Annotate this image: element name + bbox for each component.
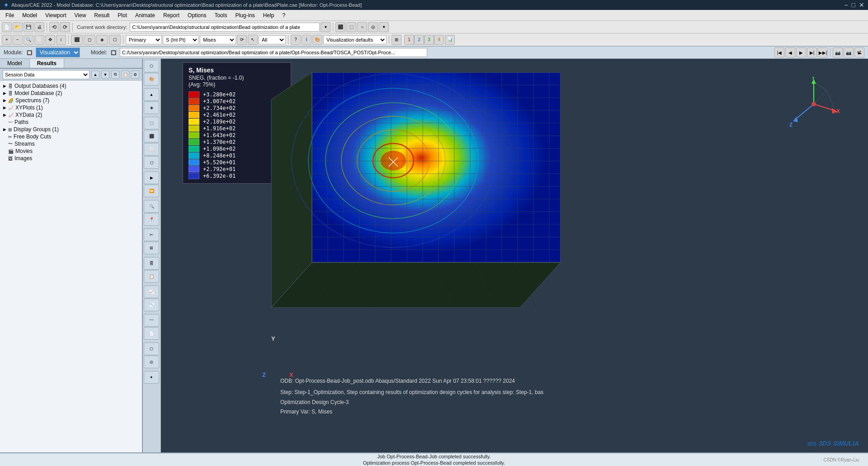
tree-item-streams[interactable]: 〜 Streams <box>0 140 142 147</box>
side-optimize1[interactable]: ⬡ <box>144 342 159 355</box>
menu-plot[interactable]: Plot <box>114 11 131 19</box>
tree-item-xyplots[interactable]: ▶ 📈 XYPlots (1) <box>0 104 142 111</box>
minimize-button[interactable]: − <box>844 1 848 9</box>
menu-animate[interactable]: Animate <box>132 11 159 19</box>
session-options[interactable]: ⚙ <box>131 71 139 79</box>
pb-first[interactable]: |◀ <box>774 48 784 57</box>
tb-vp4[interactable]: ◎ <box>368 22 378 32</box>
session-copy[interactable]: ⧉ <box>111 71 119 79</box>
tb-3d2[interactable]: ◻ <box>84 35 95 45</box>
tabs[interactable]: Model Results <box>0 59 142 69</box>
tb-new[interactable]: 📄 <box>2 22 12 32</box>
pb-last[interactable]: ▶▶| <box>818 48 828 57</box>
tree-item-displaygroups[interactable]: ▶ ⊞ Display Groups (1) <box>0 126 142 133</box>
tb-vp1[interactable]: ⬛ <box>335 22 345 32</box>
expand-displaygroups[interactable]: ▶ <box>2 127 7 132</box>
menu-options[interactable]: Options <box>184 11 210 19</box>
pb-cam2[interactable]: 📷 <box>844 48 854 57</box>
tb-chart[interactable]: 📊 <box>445 35 455 45</box>
tree-item-freebodycuts[interactable]: ✂ Free Body Cuts <box>0 133 142 140</box>
tab-results[interactable]: Results <box>30 59 64 68</box>
session-down[interactable]: ▼ <box>101 71 109 79</box>
tb-num1[interactable]: 1 <box>404 35 414 45</box>
tb-info[interactable]: i <box>302 35 311 45</box>
menu-plugins[interactable]: Plug-ins <box>231 11 258 19</box>
side-edge[interactable]: ⬜ <box>144 143 159 156</box>
menu-result[interactable]: Result <box>90 11 113 19</box>
tree-item-images[interactable]: 🖼 Images <box>0 155 142 162</box>
tb-vp5[interactable]: ✦ <box>379 22 389 32</box>
tb-3d3[interactable]: ◈ <box>96 35 108 45</box>
menu-question[interactable]: ? <box>279 11 289 19</box>
expand-spectrums[interactable]: ▶ <box>2 98 7 103</box>
tb-refresh[interactable]: ⟳ <box>237 35 247 45</box>
side-symbol[interactable]: ▲ <box>144 88 159 101</box>
model-path-input[interactable] <box>120 48 427 57</box>
side-optimize2[interactable]: ◎ <box>144 356 159 368</box>
tb-nav-plus[interactable]: + <box>2 35 12 45</box>
side-step[interactable]: 📋 <box>144 270 159 283</box>
side-odb[interactable]: 🗄 <box>144 257 159 270</box>
side-xy2[interactable]: 📉 <box>144 299 159 311</box>
side-contour[interactable]: 🎨 <box>144 73 159 86</box>
side-hidden[interactable]: ◻ <box>144 156 159 169</box>
tb-undo[interactable]: ⟲ <box>49 22 59 32</box>
primary-select[interactable]: Primary <box>126 35 162 44</box>
menu-tools[interactable]: Tools <box>211 11 231 19</box>
tree-item-outputdb[interactable]: ▶ 🗄 Output Databases (4) <box>0 82 142 90</box>
viz-defaults-select[interactable]: Visualization defaults <box>323 35 387 44</box>
pb-next[interactable]: ▶| <box>807 48 817 57</box>
side-anim1[interactable]: ▶ <box>144 171 159 184</box>
tb-num4[interactable]: 4 <box>434 35 444 45</box>
side-material[interactable]: ◈ <box>144 101 159 114</box>
tb-rotate[interactable]: ↕ <box>56 35 66 45</box>
menu-file[interactable]: File <box>2 11 18 19</box>
side-wire[interactable]: ⬚ <box>144 117 159 129</box>
side-query[interactable]: 🔍 <box>144 200 159 213</box>
side-path[interactable]: 〰 <box>144 314 159 327</box>
side-script[interactable]: ✦ <box>144 371 159 384</box>
side-report[interactable]: 📄 <box>144 327 159 340</box>
titlebar-controls[interactable]: − □ ✕ <box>844 1 864 9</box>
side-solid[interactable]: ⬛ <box>144 130 159 143</box>
cwd-input[interactable] <box>130 23 320 32</box>
tb-color[interactable]: 🎨 <box>312 35 322 45</box>
cwd-dropdown[interactable]: ▾ <box>321 22 330 32</box>
tb-zoom-box[interactable]: ⬜ <box>34 35 44 45</box>
tab-model[interactable]: Model <box>0 59 30 68</box>
module-select[interactable]: Visualization <box>36 48 80 57</box>
tb-num3[interactable]: 3 <box>424 35 434 45</box>
session-up[interactable]: ▲ <box>91 71 99 79</box>
session-select[interactable]: Session Data <box>3 70 90 79</box>
side-display[interactable]: ⊞ <box>144 242 159 254</box>
tb-pan[interactable]: ✥ <box>45 35 55 45</box>
all-select[interactable]: All <box>259 35 286 44</box>
tb-zoom-in[interactable]: 🔍 <box>24 35 33 45</box>
side-xy1[interactable]: 📈 <box>144 285 159 298</box>
tb-grid[interactable]: ⊞ <box>392 35 401 45</box>
tb-print[interactable]: 🖨 <box>34 22 44 32</box>
expand-outputdb[interactable]: ▶ <box>2 84 7 88</box>
pb-cam3[interactable]: 📽 <box>854 48 864 57</box>
side-anim2[interactable]: ⏩ <box>144 185 159 197</box>
tree-item-paths[interactable]: 〰 Paths <box>0 119 142 126</box>
menu-viewport[interactable]: Viewport <box>42 11 70 19</box>
pb-cam1[interactable]: 📷 <box>833 48 843 57</box>
expand-xydata[interactable]: ▶ <box>2 113 7 117</box>
pb-play[interactable]: ▶ <box>796 48 806 57</box>
mises-select[interactable]: Mises <box>200 35 236 44</box>
tb-num2[interactable]: 2 <box>414 35 424 45</box>
maximize-button[interactable]: □ <box>852 1 855 9</box>
tree-item-xydata[interactable]: ▶ 📈 XYData (2) <box>0 111 142 119</box>
tb-3d1[interactable]: ⬛ <box>71 35 83 45</box>
tb-cursor[interactable]: ↖ <box>248 35 258 45</box>
menu-help[interactable]: Help <box>259 11 278 19</box>
menu-model[interactable]: Model <box>19 11 41 19</box>
tb-vp3[interactable]: ○ <box>357 22 367 32</box>
side-section[interactable]: ✂ <box>144 228 159 241</box>
menu-view[interactable]: View <box>71 11 90 19</box>
side-deformed[interactable]: ⬡ <box>144 60 159 72</box>
side-probe[interactable]: 📍 <box>144 213 159 226</box>
expand-modeldb[interactable]: ▶ <box>2 91 7 95</box>
tb-query[interactable]: ? <box>291 35 301 45</box>
